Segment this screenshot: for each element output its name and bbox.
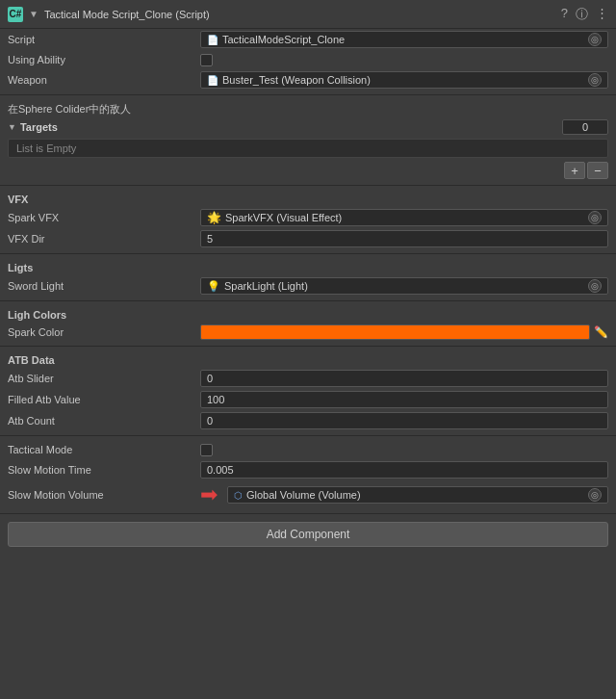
color-row: ✏️ — [200, 324, 608, 340]
script-value: TacticalModeScript_Clone — [222, 34, 345, 45]
sword-light-field[interactable]: 💡 SparkLight (Light) ◎ — [200, 277, 608, 295]
filled-atb-field[interactable]: 100 — [200, 391, 608, 408]
using-ability-value-container — [200, 54, 608, 66]
spark-vfx-value-container: 🌟 SparkVFX (Visual Effect) ◎ — [200, 209, 608, 226]
volume-icon: ⬡ — [234, 490, 243, 501]
slow-motion-time-value-container: 0.005 — [200, 461, 608, 479]
filled-atb-value-container: 100 — [200, 391, 608, 408]
slow-motion-volume-row: Slow Motion Volume ➡ ⬡ Global Volume (Vo… — [0, 480, 616, 509]
divider-1 — [0, 94, 616, 95]
spark-color-value-container: ✏️ — [200, 324, 608, 340]
spark-vfx-label: Spark VFX — [8, 212, 200, 223]
script-icon: C# — [8, 7, 23, 22]
spark-vfx-row: Spark VFX 🌟 SparkVFX (Visual Effect) ◎ — [0, 207, 616, 228]
divider-2 — [0, 185, 616, 186]
atb-slider-value-container: 0 — [200, 370, 608, 387]
list-controls: + − — [0, 160, 616, 181]
targets-count: 0 — [562, 119, 608, 135]
atb-count-value: 0 — [207, 415, 213, 427]
divider-3 — [0, 253, 616, 254]
sword-light-value-container: 💡 SparkLight (Light) ◎ — [200, 277, 608, 295]
spark-vfx-value: SparkVFX (Visual Effect) — [225, 212, 342, 223]
using-ability-row: Using Ability — [0, 50, 616, 69]
atb-count-field[interactable]: 0 — [200, 412, 608, 429]
slow-motion-time-row: Slow Motion Time 0.005 — [0, 459, 616, 480]
weapon-value: Buster_Test (Weapon Collision) — [222, 74, 371, 86]
script-circle-button[interactable]: ◎ — [588, 33, 602, 46]
slow-motion-volume-field[interactable]: ⬡ Global Volume (Volume) ◎ — [227, 486, 608, 504]
divider-7 — [0, 513, 616, 514]
weapon-field[interactable]: 📄 Buster_Test (Weapon Collision) ◎ — [200, 71, 608, 89]
slow-motion-volume-label: Slow Motion Volume — [8, 489, 200, 501]
filled-atb-row: Filled Atb Value 100 — [0, 389, 616, 410]
vfx-dir-row: VFX Dir 5 — [0, 228, 616, 249]
slow-motion-volume-value: Global Volume (Volume) — [246, 489, 361, 501]
slow-motion-time-label: Slow Motion Time — [8, 464, 200, 476]
ligh-colors-section-header: Ligh Colors — [0, 305, 616, 323]
spark-color-swatch[interactable] — [200, 324, 590, 340]
targets-header: ▼ Targets 0 — [0, 117, 616, 137]
targets-triangle[interactable]: ▼ — [8, 122, 16, 132]
sword-light-circle-button[interactable]: ◎ — [588, 279, 602, 293]
vfx-section-header: VFX — [0, 190, 616, 207]
atb-count-label: Atb Count — [8, 415, 200, 427]
weapon-label: Weapon — [8, 74, 200, 86]
weapon-circle-button[interactable]: ◎ — [588, 73, 602, 87]
spark-vfx-field[interactable]: 🌟 SparkVFX (Visual Effect) ◎ — [200, 209, 608, 226]
filled-atb-label: Filled Atb Value — [8, 394, 200, 405]
weapon-row: Weapon 📄 Buster_Test (Weapon Collision) … — [0, 69, 616, 91]
sword-light-value: SparkLight (Light) — [224, 280, 308, 292]
atb-count-row: Atb Count 0 — [0, 410, 616, 431]
expand-arrow[interactable]: ▼ — [29, 9, 38, 19]
vfx-dir-value-container: 5 — [200, 230, 608, 247]
inspector-header: C# ▼ Tactical Mode Script_Clone (Script)… — [0, 0, 616, 29]
atb-slider-field[interactable]: 0 — [200, 370, 608, 387]
script-field[interactable]: 📄 TacticalModeScript_Clone ◎ — [200, 31, 608, 48]
atb-slider-row: Atb Slider 0 — [0, 368, 616, 389]
zh-label: 在Sphere Colider中的敌人 — [0, 99, 616, 117]
slow-motion-volume-circle-button[interactable]: ◎ — [588, 488, 602, 502]
header-actions: ? ⓘ ⋮ — [561, 6, 608, 23]
tactical-mode-checkbox[interactable] — [200, 444, 213, 456]
atb-count-value-container: 0 — [200, 412, 608, 429]
filled-atb-value: 100 — [207, 394, 224, 405]
spark-color-label: Spark Color — [8, 326, 200, 338]
script-label: Script — [8, 34, 200, 45]
using-ability-label: Using Ability — [8, 54, 200, 65]
remove-list-item-button[interactable]: − — [587, 162, 608, 179]
vfx-dir-field[interactable]: 5 — [200, 230, 608, 247]
slow-motion-time-value: 0.005 — [207, 464, 234, 476]
divider-5 — [0, 346, 616, 347]
more-options-icon[interactable]: ⋮ — [596, 6, 608, 23]
info-icon[interactable]: ⓘ — [576, 6, 588, 23]
divider-4 — [0, 300, 616, 301]
sword-light-row: Sword Light 💡 SparkLight (Light) ◎ — [0, 275, 616, 297]
help-icon[interactable]: ? — [561, 6, 568, 23]
list-empty: List is Empty — [8, 139, 608, 158]
tactical-mode-row: Tactical Mode — [0, 440, 616, 459]
weapon-value-container: 📄 Buster_Test (Weapon Collision) ◎ — [200, 71, 608, 89]
ligts-section-header: Ligts — [0, 258, 616, 275]
using-ability-checkbox[interactable] — [200, 54, 213, 66]
script-row: Script 📄 TacticalModeScript_Clone ◎ — [0, 29, 616, 50]
tactical-mode-value-container — [200, 444, 608, 456]
red-arrow-indicator: ➡ — [200, 482, 218, 507]
script-value-container: 📄 TacticalModeScript_Clone ◎ — [200, 31, 608, 48]
spark-vfx-icon: 🌟 — [207, 211, 221, 224]
weapon-file-icon: 📄 — [207, 75, 218, 86]
add-list-item-button[interactable]: + — [564, 162, 585, 179]
slow-motion-volume-value-container: ➡ ⬡ Global Volume (Volume) ◎ — [200, 482, 608, 507]
sword-light-label: Sword Light — [8, 280, 200, 292]
add-component-button[interactable]: Add Component — [8, 522, 608, 547]
targets-label: Targets — [20, 121, 58, 133]
tactical-mode-label: Tactical Mode — [8, 444, 200, 455]
spark-color-row: Spark Color ✏️ — [0, 323, 616, 342]
spark-vfx-circle-button[interactable]: ◎ — [588, 211, 602, 224]
sword-light-icon: 💡 — [207, 280, 220, 293]
divider-6 — [0, 435, 616, 436]
atb-data-section-header: ATB Data — [0, 350, 616, 368]
vfx-dir-label: VFX Dir — [8, 233, 200, 245]
vfx-dir-value: 5 — [207, 233, 213, 245]
slow-motion-time-field[interactable]: 0.005 — [200, 461, 608, 479]
pipette-icon[interactable]: ✏️ — [594, 325, 608, 339]
